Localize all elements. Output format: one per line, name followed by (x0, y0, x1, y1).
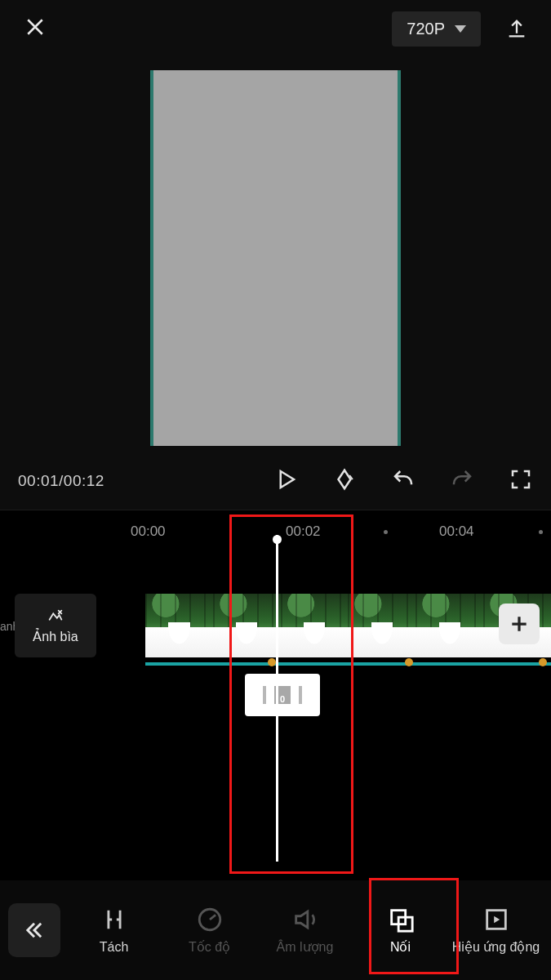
ruler-tick: 00:04 (439, 523, 474, 540)
tool-label: Tách (100, 940, 129, 955)
preview-frame (150, 70, 401, 446)
close-button[interactable] (23, 15, 47, 42)
bottom-toolbar: Tách Tốc độ Âm lượng Nối Hiệu ứng động (0, 880, 551, 980)
playhead[interactable] (276, 535, 278, 862)
export-button[interactable] (505, 17, 528, 40)
resolution-label: 720P (407, 20, 445, 38)
transition-bar-icon (263, 686, 266, 704)
add-clip-button[interactable] (499, 604, 540, 644)
tool-label: Tốc độ (189, 940, 230, 955)
tool-label: Nối (390, 940, 411, 955)
tool-split[interactable]: Tách (67, 880, 161, 980)
ruler-dot (539, 530, 543, 534)
tool-animation[interactable]: Hiệu ứng động (449, 880, 543, 980)
undo-button[interactable] (391, 467, 415, 495)
transition-indicator[interactable]: 0 (245, 674, 320, 716)
toolbar-back-button[interactable] (8, 903, 60, 957)
keyframe-button[interactable] (332, 467, 357, 495)
cover-label: Ảnh bìa (33, 629, 78, 644)
keyframe-dot[interactable] (268, 658, 276, 666)
video-preview[interactable] (0, 57, 551, 459)
transition-bar-icon (299, 686, 302, 704)
clip-strip[interactable] (145, 594, 551, 657)
cover-button[interactable]: Ảnh bìa (15, 594, 96, 657)
chevron-down-icon (455, 25, 466, 33)
tool-speed[interactable]: Tốc độ (162, 880, 256, 980)
redo-button[interactable] (450, 467, 474, 495)
playback-time: 00:01/00:12 (18, 472, 104, 490)
tool-label: Âm lượng (277, 940, 334, 955)
fullscreen-button[interactable] (509, 467, 533, 495)
ruler-dot (384, 530, 388, 534)
resolution-select[interactable]: 720P (392, 11, 481, 47)
tool-label: Hiệu ứng động (452, 940, 540, 955)
tool-volume[interactable]: Âm lượng (258, 880, 352, 980)
tool-overlay[interactable]: Nối (353, 880, 447, 980)
ruler-tick: 00:00 (131, 523, 166, 540)
ruler-tick: 00:02 (286, 523, 321, 540)
keyframe-dot[interactable] (405, 658, 413, 666)
play-button[interactable] (273, 467, 298, 495)
keyframe-track[interactable] (145, 662, 551, 666)
keyframe-dot[interactable] (539, 658, 547, 666)
